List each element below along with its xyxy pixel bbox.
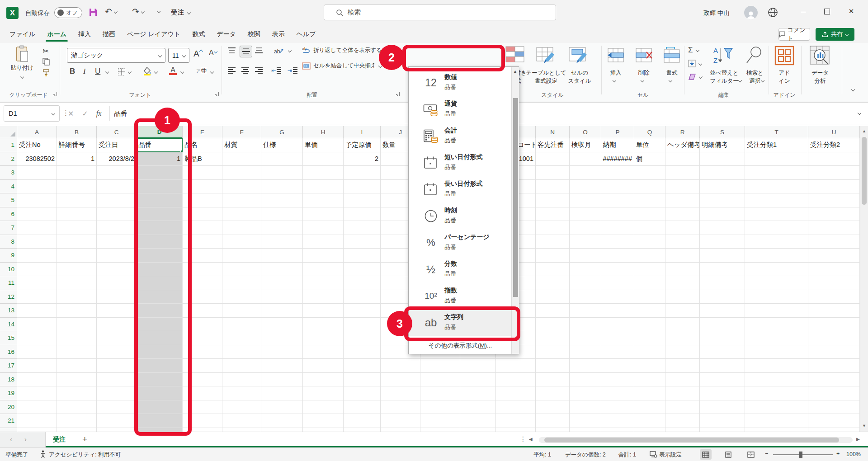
cell-B19[interactable]	[57, 386, 97, 400]
cell-M18[interactable]	[496, 373, 536, 387]
cell-N4[interactable]	[536, 180, 570, 194]
cell-M17[interactable]	[496, 359, 536, 373]
cell-B13[interactable]	[57, 304, 97, 318]
phonetic-chevron-icon[interactable]	[211, 71, 213, 73]
column-header-C[interactable]: C	[97, 126, 137, 138]
cell-B7[interactable]	[57, 221, 97, 235]
cell-O7[interactable]	[570, 221, 601, 235]
cell-F5[interactable]	[222, 193, 261, 207]
cell-R2[interactable]	[665, 152, 700, 166]
align-right-button[interactable]	[255, 67, 263, 74]
cell-U11[interactable]	[808, 276, 860, 290]
cell-S18[interactable]	[700, 373, 745, 387]
cell-K17[interactable]	[420, 359, 460, 373]
cell-N9[interactable]	[536, 249, 570, 263]
cell-I7[interactable]	[344, 221, 381, 235]
cell-U7[interactable]	[808, 221, 860, 235]
cell-N3[interactable]	[536, 166, 570, 180]
align-center-button[interactable]	[241, 67, 249, 74]
cell-O22[interactable]	[570, 428, 601, 432]
cell-F15[interactable]	[222, 331, 261, 345]
row-header-9[interactable]: 9	[0, 249, 17, 263]
cell-R20[interactable]	[665, 400, 700, 414]
cell-U1[interactable]: 受注分類2	[808, 138, 860, 152]
format-as-table-icon[interactable]	[536, 46, 556, 66]
cell-P5[interactable]	[601, 193, 634, 207]
autosum-button[interactable]: Σ	[688, 46, 699, 55]
cell-C11[interactable]	[97, 276, 137, 290]
insert-chevron-icon[interactable]	[613, 79, 616, 82]
cell-R1[interactable]: ヘッダ備考	[665, 138, 700, 152]
cell-J17[interactable]	[381, 359, 420, 373]
alignment-dialog-launcher[interactable]	[395, 92, 400, 96]
cell-B20[interactable]	[57, 400, 97, 414]
cell-O15[interactable]	[570, 331, 601, 345]
cancel-icon[interactable]: ✕	[68, 109, 74, 118]
cell-O16[interactable]	[570, 345, 601, 359]
cell-H2[interactable]	[303, 152, 344, 166]
cell-H1[interactable]: 単価	[303, 138, 344, 152]
cell-R13[interactable]	[665, 304, 700, 318]
cell-R9[interactable]	[665, 249, 700, 263]
data-analysis-icon[interactable]	[809, 45, 831, 66]
cell-K21[interactable]	[420, 414, 460, 428]
cell-A16[interactable]	[17, 345, 57, 359]
cell-O4[interactable]	[570, 180, 601, 194]
cell-A13[interactable]	[17, 304, 57, 318]
column-header-N[interactable]: N	[536, 126, 570, 138]
cell-S7[interactable]	[700, 221, 745, 235]
row-header-4[interactable]: 4	[0, 180, 17, 194]
cell-S12[interactable]	[700, 290, 745, 304]
cell-Q20[interactable]	[634, 400, 665, 414]
font-color-chevron-icon[interactable]	[181, 71, 184, 73]
cell-N21[interactable]	[536, 414, 570, 428]
cell-P11[interactable]	[601, 276, 634, 290]
cell-T16[interactable]	[745, 345, 808, 359]
cell-J18[interactable]	[381, 373, 420, 387]
cell-F10[interactable]	[222, 263, 261, 277]
cell-styles-button[interactable]: セルの スタイル	[562, 69, 597, 85]
cell-T17[interactable]	[745, 359, 808, 373]
cell-C14[interactable]	[97, 318, 137, 332]
cell-S10[interactable]	[700, 263, 745, 277]
cell-U20[interactable]	[808, 400, 860, 414]
cell-C7[interactable]	[97, 221, 137, 235]
cell-O20[interactable]	[570, 400, 601, 414]
cell-M22[interactable]	[496, 428, 536, 432]
cell-A3[interactable]	[17, 166, 57, 180]
cell-B9[interactable]	[57, 249, 97, 263]
view-page-break-icon[interactable]	[745, 449, 757, 460]
cell-A12[interactable]	[17, 290, 57, 304]
cell-G7[interactable]	[261, 221, 303, 235]
cell-U13[interactable]	[808, 304, 860, 318]
cell-U17[interactable]	[808, 359, 860, 373]
display-settings-icon[interactable]	[650, 451, 657, 459]
increase-indent-button[interactable]: ⇥	[288, 67, 297, 74]
add-sheet-button[interactable]: +	[82, 434, 87, 444]
cell-styles-icon[interactable]	[569, 46, 589, 66]
cell-T1[interactable]: 受注分類1	[745, 138, 808, 152]
cell-S8[interactable]	[700, 235, 745, 249]
cell-F21[interactable]	[222, 414, 261, 428]
cell-P4[interactable]	[601, 180, 634, 194]
find-select-button[interactable]: 検索と 選択	[741, 69, 769, 85]
tab-ファイル[interactable]: ファイル	[4, 26, 41, 43]
cell-S21[interactable]	[700, 414, 745, 428]
cell-F1[interactable]: 材質	[222, 138, 261, 152]
cell-R16[interactable]	[665, 345, 700, 359]
row-header-1[interactable]: 1	[0, 138, 17, 152]
cell-B21[interactable]	[57, 414, 97, 428]
tab-表示[interactable]: 表示	[266, 26, 291, 43]
cell-A22[interactable]	[17, 428, 57, 432]
format-option-通貨[interactable]: 通貨品番	[409, 96, 511, 122]
clear-button[interactable]	[688, 73, 702, 80]
font-size-select[interactable]: 11	[168, 48, 189, 63]
cell-F4[interactable]	[222, 180, 261, 194]
cell-N11[interactable]	[536, 276, 570, 290]
cell-U8[interactable]	[808, 235, 860, 249]
italic-button[interactable]: I	[83, 67, 86, 76]
cell-F16[interactable]	[222, 345, 261, 359]
cell-R3[interactable]	[665, 166, 700, 180]
font-dialog-launcher[interactable]	[214, 92, 219, 96]
cell-F9[interactable]	[222, 249, 261, 263]
